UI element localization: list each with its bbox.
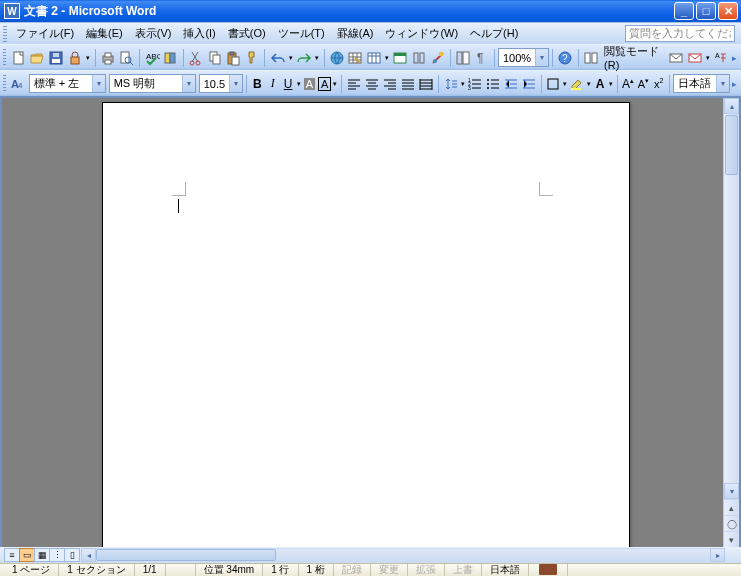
vertical-scrollbar[interactable]: ▴ ▾ ▴ ◯ ▾ [723,98,739,547]
size-combo[interactable]: 10.5▾ [199,74,243,93]
print-icon[interactable] [98,47,117,69]
normal-view-icon[interactable]: ≡ [4,548,20,562]
dropdown-arrow-icon[interactable]: ▾ [383,47,391,69]
menu-format[interactable]: 書式(O) [222,24,272,43]
status-lang[interactable]: 日本語 [482,564,529,576]
status-pages[interactable]: 1/1 [135,564,166,576]
menu-help[interactable]: ヘルプ(H) [464,24,524,43]
underline-icon[interactable]: U [280,73,295,95]
document-area[interactable] [2,98,723,547]
cut-icon[interactable] [187,47,206,69]
spelling-icon[interactable]: ABC [143,47,162,69]
grow-font-icon[interactable]: A▴ [620,73,635,95]
page[interactable] [102,102,630,547]
numbering-icon[interactable]: 123 [466,73,484,95]
reading-view-icon[interactable]: ▯ [64,548,80,562]
permissions-icon[interactable] [65,47,84,69]
chevron-down-icon[interactable]: ▾ [182,75,195,92]
align-right-icon[interactable] [381,73,399,95]
scroll-track[interactable] [96,548,710,562]
doc-map-icon[interactable] [454,47,473,69]
outline-view-icon[interactable]: ⋮ [49,548,65,562]
dropdown-arrow-icon[interactable]: ▾ [84,47,92,69]
insert-table-icon[interactable] [365,47,384,69]
columns-icon[interactable] [410,47,429,69]
zoom-combo[interactable]: 100%▾ [498,48,549,67]
spell-check-icon[interactable] [529,564,568,576]
status-page[interactable]: 1 ページ [4,564,59,576]
resize-grip-icon[interactable] [727,548,741,562]
new-doc-icon[interactable] [9,47,28,69]
chevron-down-icon[interactable]: ▾ [229,75,242,92]
tables-borders-icon[interactable] [346,47,365,69]
menu-file[interactable]: ファイル(F) [10,24,80,43]
drawing-icon[interactable] [428,47,447,69]
insert-spreadsheet-icon[interactable] [391,47,410,69]
scroll-track[interactable] [724,176,739,483]
lang-combo[interactable]: 日本語▾ [673,74,730,93]
research-icon[interactable] [161,47,180,69]
borders-icon[interactable] [544,73,562,95]
char-shading-icon[interactable]: A [302,73,317,95]
help-search-input[interactable] [625,25,735,42]
status-column[interactable]: 1 桁 [299,564,334,576]
styles-icon[interactable]: A4 [9,73,27,95]
print-layout-view-icon[interactable]: ▭ [19,548,35,562]
bold-icon[interactable]: B [250,73,265,95]
toolbar-options-icon[interactable]: ▸ [730,79,739,89]
copy-icon[interactable] [205,47,224,69]
paste-icon[interactable] [224,47,243,69]
read-mode-button[interactable]: 閲覧モード(R) [600,42,667,73]
grip[interactable] [3,26,7,42]
toolbar-options-icon[interactable]: ▸ [730,53,739,63]
chevron-down-icon[interactable]: ▾ [535,49,548,66]
direction-icon[interactable]: A [711,47,730,69]
grip[interactable] [3,49,6,67]
browse-prev-icon[interactable]: ▴ [724,499,739,515]
dropdown-arrow-icon[interactable]: ▾ [287,47,295,69]
maximize-button[interactable]: □ [696,2,716,20]
status-ext[interactable]: 拡張 [408,564,445,576]
redo-icon[interactable] [294,47,313,69]
read-layout-icon[interactable] [581,47,600,69]
show-marks-icon[interactable]: ¶ [472,47,491,69]
grip[interactable] [3,75,6,93]
dropdown-arrow-icon[interactable]: ▾ [332,73,338,95]
menu-view[interactable]: 表示(V) [129,24,178,43]
status-line[interactable]: 1 行 [263,564,298,576]
justify-icon[interactable] [399,73,417,95]
undo-icon[interactable] [268,47,287,69]
save-icon[interactable] [47,47,66,69]
horizontal-scrollbar[interactable]: ◂ ▸ [81,548,725,562]
scroll-thumb[interactable] [96,549,276,561]
chinese-envelope-icon[interactable] [685,47,704,69]
help-icon[interactable]: ? [556,47,575,69]
char-border-icon[interactable]: A [317,73,332,95]
menu-tools[interactable]: ツール(T) [272,24,331,43]
chevron-down-icon[interactable]: ▾ [92,75,105,92]
superscript-icon[interactable]: x2 [651,73,666,95]
font-color-icon[interactable]: A [592,73,607,95]
highlight-icon[interactable] [568,73,586,95]
web-layout-view-icon[interactable]: ▦ [34,548,50,562]
status-ovr[interactable]: 上書 [445,564,482,576]
status-position[interactable]: 位置 34mm [196,564,264,576]
font-combo[interactable]: MS 明朝▾ [109,74,196,93]
browse-object-icon[interactable]: ◯ [724,515,739,531]
scroll-down-icon[interactable]: ▾ [724,483,739,499]
format-painter-icon[interactable] [243,47,262,69]
dropdown-arrow-icon[interactable]: ▾ [704,47,712,69]
align-center-icon[interactable] [363,73,381,95]
status-trk[interactable]: 変更 [371,564,408,576]
scroll-left-icon[interactable]: ◂ [81,548,96,562]
print-preview-icon[interactable] [117,47,136,69]
dropdown-arrow-icon[interactable]: ▾ [608,73,614,95]
bullets-icon[interactable] [484,73,502,95]
line-spacing-icon[interactable] [442,73,460,95]
scroll-right-icon[interactable]: ▸ [710,548,725,562]
minimize-button[interactable]: _ [674,2,694,20]
dropdown-arrow-icon[interactable]: ▾ [313,47,321,69]
close-button[interactable]: ✕ [718,2,738,20]
open-icon[interactable] [28,47,47,69]
distributed-icon[interactable] [417,73,435,95]
